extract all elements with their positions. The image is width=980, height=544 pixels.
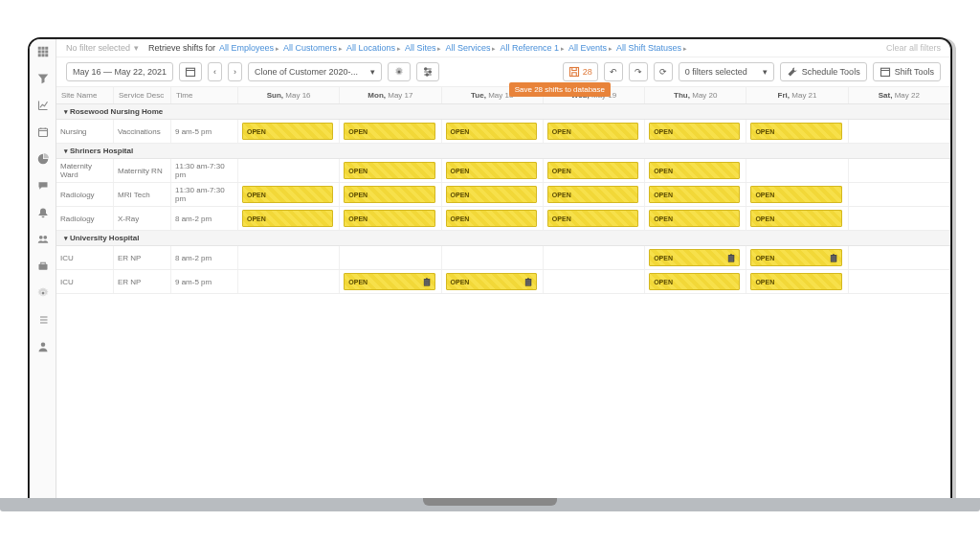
cell-service: Vaccinations	[114, 120, 171, 143]
undo-button[interactable]: ↶	[604, 62, 623, 81]
shift-open[interactable]: OPEN	[750, 249, 841, 266]
clear-filters-link[interactable]: Clear all filters	[886, 43, 941, 53]
calendar-icon[interactable]	[36, 125, 50, 139]
users-icon[interactable]	[36, 233, 50, 246]
svg-point-10	[38, 236, 42, 239]
filters-dropdown[interactable]: 0 filters selected▾	[679, 62, 774, 81]
chart-icon[interactable]	[36, 99, 50, 112]
main-content: No filter selected ▾ Retrieve shifts for…	[56, 39, 950, 498]
shift-open[interactable]: OPEN	[344, 162, 434, 179]
settings-button[interactable]	[388, 62, 411, 81]
group-header[interactable]: Rosewood Nursing Home	[56, 104, 950, 120]
shift-open[interactable]: OPEN	[649, 273, 740, 290]
shift-open[interactable]: OPEN	[242, 210, 333, 227]
prev-button[interactable]: ‹	[208, 62, 222, 81]
day-cell: OPEN	[645, 246, 746, 269]
schedule-tools-button[interactable]: Schedule Tools	[780, 62, 867, 81]
filter-locations[interactable]: All Locations	[346, 43, 401, 53]
schedule-row: NursingVaccinations9 am-5 pmOPENOPENOPEN…	[56, 120, 950, 144]
cell-service: MRI Tech	[114, 183, 171, 206]
day-cell: OPEN	[442, 207, 544, 230]
col-time: Time	[171, 87, 238, 103]
shift-open[interactable]: OPEN	[344, 186, 434, 203]
day-cell: OPEN	[746, 270, 848, 293]
save-tooltip: Save 28 shifts to database	[509, 82, 611, 97]
list-icon[interactable]	[36, 313, 50, 327]
svg-rect-9	[38, 128, 47, 136]
calendar-button[interactable]	[179, 62, 202, 81]
filter-services[interactable]: All Services	[445, 43, 496, 53]
svg-rect-2	[45, 47, 48, 50]
schedule-grid: Site Name Service Desc Time Sun, May 16 …	[56, 87, 950, 498]
shift-open[interactable]: OPEN	[242, 186, 333, 203]
refresh-button[interactable]: ⟳	[654, 62, 673, 81]
col-mon: Mon, May 17	[340, 87, 441, 103]
briefcase-icon[interactable]	[36, 260, 50, 273]
filter-bar: No filter selected ▾ Retrieve shifts for…	[56, 39, 950, 57]
filter-sites[interactable]: All Sites	[405, 43, 441, 53]
day-cell: OPEN	[340, 207, 441, 230]
shift-open[interactable]: OPEN	[750, 186, 841, 203]
day-cell: OPEN	[238, 120, 340, 143]
gear-icon[interactable]	[36, 286, 50, 300]
cell-service: ER NP	[114, 246, 171, 269]
shift-open[interactable]: OPEN	[446, 186, 537, 203]
apps-icon[interactable]	[36, 45, 50, 58]
shift-open[interactable]: OPEN	[750, 123, 841, 140]
bell-icon[interactable]	[36, 206, 50, 219]
save-shifts-button[interactable]: 28	[563, 62, 598, 81]
shift-open[interactable]: OPEN	[344, 123, 434, 140]
group-header[interactable]: University Hospital	[56, 231, 950, 246]
filter-icon[interactable]	[36, 72, 50, 85]
schedule-row: ICUER NP9 am-5 pmOPENOPENOPENOPEN	[56, 270, 950, 294]
column-headers: Site Name Service Desc Time Sun, May 16 …	[56, 87, 950, 104]
shift-tools-button[interactable]: Shift Tools	[873, 62, 941, 81]
chat-icon[interactable]	[36, 179, 50, 193]
cell-site: Nursing	[56, 120, 114, 143]
svg-rect-8	[45, 54, 48, 57]
shift-open[interactable]: OPEN	[649, 210, 740, 227]
next-button[interactable]: ›	[228, 62, 242, 81]
shift-open[interactable]: OPEN	[750, 273, 841, 290]
cell-time: 11:30 am-7:30 pm	[171, 183, 238, 206]
customer-dropdown[interactable]: Clone of Customer 2020-...▾	[248, 62, 382, 81]
shift-open[interactable]: OPEN	[649, 186, 740, 203]
pie-icon[interactable]	[36, 152, 50, 166]
day-cell: OPEN	[544, 207, 645, 230]
shift-open[interactable]: OPEN	[344, 210, 434, 227]
day-cell: OPEN	[340, 159, 441, 182]
col-service: Service Desc	[114, 87, 171, 103]
day-cell	[238, 159, 340, 182]
shift-open[interactable]: OPEN	[649, 249, 740, 266]
shift-open[interactable]: OPEN	[344, 273, 434, 290]
shift-open[interactable]: OPEN	[547, 210, 638, 227]
day-cell	[238, 246, 340, 269]
shift-open[interactable]: OPEN	[446, 123, 537, 140]
day-cell: OPEN	[442, 159, 544, 182]
day-cell	[238, 270, 340, 293]
day-cell: OPEN	[544, 183, 645, 206]
day-cell	[442, 246, 544, 269]
day-cell	[849, 246, 950, 269]
shift-open[interactable]: OPEN	[242, 123, 333, 140]
filter-ref1[interactable]: All Reference 1	[500, 43, 565, 53]
shift-open[interactable]: OPEN	[547, 123, 638, 140]
filter-statuses[interactable]: All Shift Statuses	[616, 43, 687, 53]
shift-open[interactable]: OPEN	[547, 186, 638, 203]
user-icon[interactable]	[36, 340, 50, 353]
group-header[interactable]: Shriners Hospital	[56, 144, 950, 159]
shift-open[interactable]: OPEN	[649, 123, 740, 140]
shift-open[interactable]: OPEN	[750, 210, 841, 227]
redo-button[interactable]: ↷	[629, 62, 648, 81]
filter-customers[interactable]: All Customers	[283, 43, 343, 53]
sliders-button[interactable]	[416, 62, 439, 81]
shift-open[interactable]: OPEN	[446, 162, 537, 179]
filter-employees[interactable]: All Employees	[219, 43, 279, 53]
shift-open[interactable]: OPEN	[446, 210, 537, 227]
day-cell: OPEN	[238, 207, 340, 230]
shift-open[interactable]: OPEN	[446, 273, 537, 290]
shift-open[interactable]: OPEN	[649, 162, 740, 179]
date-range-picker[interactable]: May 16 — May 22, 2021	[66, 62, 173, 81]
shift-open[interactable]: OPEN	[547, 162, 638, 179]
filter-events[interactable]: All Events	[568, 43, 612, 53]
